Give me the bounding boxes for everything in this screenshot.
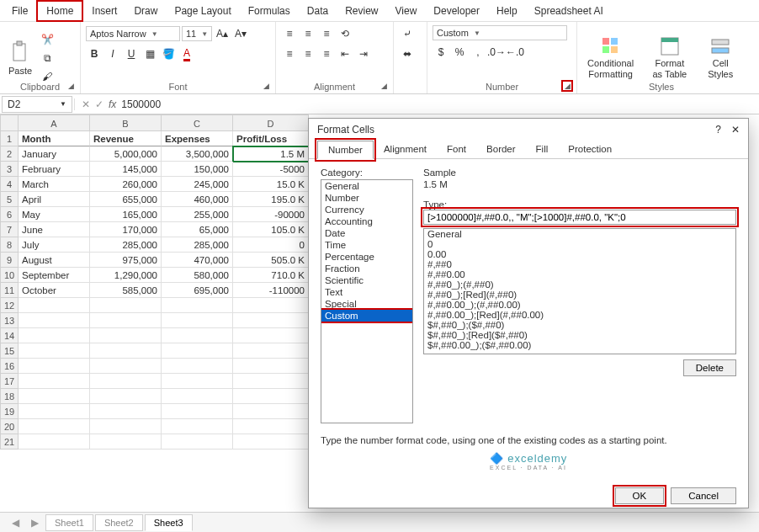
header-cell[interactable]: Profit/Loss	[233, 131, 309, 146]
empty-cell[interactable]	[162, 374, 233, 389]
format-item[interactable]: 0.00	[424, 249, 735, 259]
align-right-button[interactable]: ≡	[318, 45, 335, 62]
font-launcher[interactable]: ◢	[260, 80, 272, 92]
cancel-button[interactable]: Cancel	[671, 487, 736, 504]
category-item[interactable]: Accounting	[321, 215, 412, 227]
name-box[interactable]: D2▼	[2, 96, 72, 113]
data-cell[interactable]: February	[19, 162, 90, 177]
menu-insert[interactable]: Insert	[83, 2, 125, 20]
data-cell[interactable]: 5,000,000	[90, 146, 162, 162]
cut-button[interactable]: ✂️	[39, 31, 56, 48]
empty-cell[interactable]	[233, 389, 309, 404]
empty-cell[interactable]	[233, 374, 309, 389]
empty-cell[interactable]	[233, 404, 309, 419]
data-cell[interactable]: January	[19, 146, 90, 162]
cell-styles-button[interactable]: Cell Styles	[701, 35, 740, 80]
number-launcher[interactable]: ◢	[561, 80, 573, 92]
row-header[interactable]: 10	[0, 268, 19, 283]
empty-cell[interactable]	[233, 434, 309, 450]
row-header[interactable]: 14	[0, 328, 19, 343]
data-cell[interactable]: 145,000	[90, 162, 162, 177]
data-cell[interactable]: 3,500,000	[162, 146, 233, 162]
empty-cell[interactable]	[162, 404, 233, 419]
column-header[interactable]: C	[162, 114, 233, 131]
empty-cell[interactable]	[90, 343, 162, 359]
data-cell[interactable]: 1.5 M	[233, 146, 309, 162]
header-cell[interactable]: Expenses	[162, 131, 233, 146]
increase-decimal-button[interactable]: .0→	[488, 44, 505, 61]
row-header[interactable]: 20	[0, 419, 19, 434]
column-header[interactable]: B	[90, 114, 162, 131]
font-color-button[interactable]: A	[178, 45, 195, 62]
percent-button[interactable]: %	[451, 44, 468, 61]
row-header[interactable]: 12	[0, 298, 19, 313]
data-cell[interactable]: 65,000	[162, 222, 233, 237]
category-item[interactable]: Fraction	[321, 263, 412, 274]
sheet-tab[interactable]: Sheet3	[145, 514, 193, 531]
currency-button[interactable]: $	[433, 44, 449, 61]
row-header[interactable]: 13	[0, 313, 19, 328]
formula-input[interactable]: 1500000	[121, 98, 161, 110]
align-bottom-button[interactable]: ≡	[318, 25, 335, 42]
data-cell[interactable]: 285,000	[90, 237, 162, 253]
merge-button[interactable]: ⬌	[399, 45, 416, 62]
empty-cell[interactable]	[233, 359, 309, 374]
data-cell[interactable]: October	[19, 283, 90, 298]
conditional-formatting-button[interactable]: Conditional Formatting	[582, 35, 639, 80]
data-cell[interactable]: -110000	[233, 283, 309, 298]
data-cell[interactable]: 585,000	[90, 283, 162, 298]
data-cell[interactable]: 505.0 K	[233, 253, 309, 268]
empty-cell[interactable]	[19, 313, 90, 328]
copy-button[interactable]: ⧉	[39, 50, 56, 66]
menu-developer[interactable]: Developer	[425, 2, 488, 20]
empty-cell[interactable]	[162, 328, 233, 343]
delete-button[interactable]: Delete	[683, 359, 736, 376]
empty-cell[interactable]	[162, 343, 233, 359]
column-header[interactable]: D	[233, 114, 309, 131]
column-header[interactable]: A	[19, 114, 90, 131]
row-header[interactable]: 16	[0, 359, 19, 374]
font-size-select[interactable]: 11▼	[182, 26, 212, 41]
sheet-nav[interactable]: ▶	[26, 517, 44, 529]
empty-cell[interactable]	[90, 328, 162, 343]
align-middle-button[interactable]: ≡	[300, 25, 316, 42]
data-cell[interactable]: April	[19, 192, 90, 207]
row-header[interactable]: 19	[0, 404, 19, 419]
sheet-nav[interactable]: ◀	[7, 517, 24, 529]
category-item[interactable]: Custom	[321, 310, 412, 322]
row-header[interactable]: 4	[0, 177, 19, 192]
category-item[interactable]: Date	[321, 227, 412, 239]
align-top-button[interactable]: ≡	[281, 25, 298, 42]
header-cell[interactable]: Month	[19, 131, 90, 146]
select-all-corner[interactable]	[0, 114, 19, 131]
fill-color-button[interactable]: 🪣	[160, 45, 177, 62]
data-cell[interactable]: September	[19, 268, 90, 283]
menu-view[interactable]: View	[387, 2, 426, 20]
data-cell[interactable]: 710.0 K	[233, 268, 309, 283]
comma-button[interactable]: ,	[470, 44, 486, 61]
empty-cell[interactable]	[233, 298, 309, 313]
format-as-table-button[interactable]: Format as Table	[645, 35, 693, 80]
data-cell[interactable]: 165,000	[90, 207, 162, 222]
row-header[interactable]: 15	[0, 343, 19, 359]
category-item[interactable]: Number	[321, 192, 412, 204]
empty-cell[interactable]	[162, 434, 233, 450]
data-cell[interactable]: 150,000	[162, 162, 233, 177]
bold-button[interactable]: B	[86, 45, 103, 62]
underline-button[interactable]: U	[123, 45, 140, 62]
data-cell[interactable]: 580,000	[162, 268, 233, 283]
category-item[interactable]: Currency	[321, 204, 412, 215]
empty-cell[interactable]	[233, 328, 309, 343]
data-cell[interactable]: 195.0 K	[233, 192, 309, 207]
format-item[interactable]: $#,##0_);[Red]($#,##0)	[424, 330, 735, 340]
menu-file[interactable]: File	[3, 2, 36, 20]
empty-cell[interactable]	[90, 404, 162, 419]
font-name-select[interactable]: Aptos Narrow▼	[86, 26, 180, 41]
data-cell[interactable]: 15.0 K	[233, 177, 309, 192]
category-item[interactable]: Percentage	[321, 251, 412, 263]
dialog-tab-border[interactable]: Border	[476, 141, 526, 158]
data-cell[interactable]: 105.0 K	[233, 222, 309, 237]
data-cell[interactable]: 470,000	[162, 253, 233, 268]
wrap-text-button[interactable]: ⤶	[399, 25, 416, 42]
data-cell[interactable]: July	[19, 237, 90, 253]
